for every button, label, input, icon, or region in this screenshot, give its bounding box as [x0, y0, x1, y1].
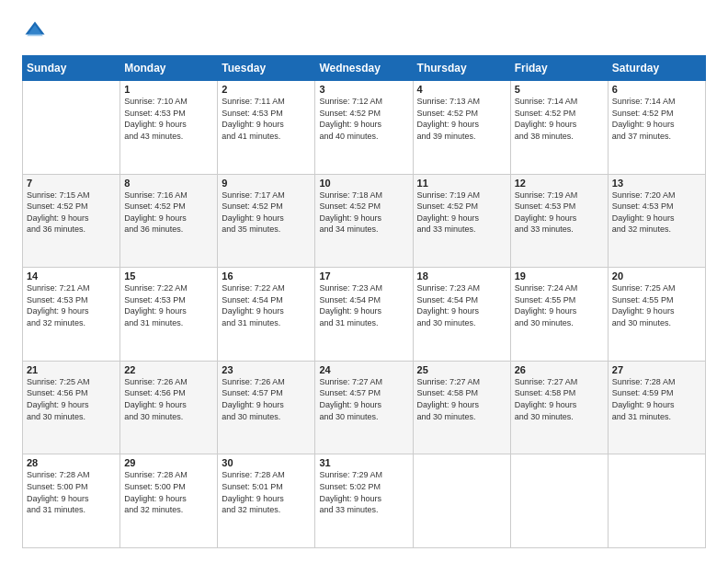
logo-icon [22, 18, 48, 44]
calendar-cell: 7Sunrise: 7:15 AM Sunset: 4:52 PM Daylig… [23, 174, 120, 268]
day-info: Sunrise: 7:22 AM Sunset: 4:53 PM Dayligh… [124, 282, 213, 328]
day-info: Sunrise: 7:27 AM Sunset: 4:58 PM Dayligh… [417, 376, 506, 422]
day-number: 11 [417, 178, 506, 189]
day-info: Sunrise: 7:28 AM Sunset: 5:00 PM Dayligh… [124, 469, 213, 515]
day-number: 14 [27, 270, 116, 282]
day-number: 13 [612, 178, 701, 189]
calendar-cell: 10Sunrise: 7:18 AM Sunset: 4:52 PM Dayli… [315, 174, 413, 268]
day-number: 1 [124, 84, 213, 95]
calendar-cell: 3Sunrise: 7:12 AM Sunset: 4:52 PM Daylig… [315, 81, 413, 175]
calendar-cell: 20Sunrise: 7:25 AM Sunset: 4:55 PM Dayli… [608, 268, 705, 362]
day-number: 23 [222, 364, 311, 375]
calendar-cell: 25Sunrise: 7:27 AM Sunset: 4:58 PM Dayli… [413, 361, 510, 454]
day-info: Sunrise: 7:25 AM Sunset: 4:55 PM Dayligh… [612, 282, 701, 328]
calendar-cell: 12Sunrise: 7:19 AM Sunset: 4:53 PM Dayli… [510, 174, 608, 268]
calendar-cell [23, 81, 120, 175]
weekday-header: Friday [510, 56, 608, 81]
calendar-cell: 22Sunrise: 7:26 AM Sunset: 4:56 PM Dayli… [120, 361, 218, 454]
day-number: 28 [27, 457, 116, 468]
calendar-cell: 24Sunrise: 7:27 AM Sunset: 4:57 PM Dayli… [315, 361, 413, 454]
weekday-header: Tuesday [218, 56, 315, 81]
weekday-header: Thursday [413, 56, 510, 81]
calendar-cell: 8Sunrise: 7:16 AM Sunset: 4:52 PM Daylig… [120, 174, 218, 268]
calendar-week-row: 7Sunrise: 7:15 AM Sunset: 4:52 PM Daylig… [23, 174, 706, 268]
logo [22, 18, 51, 44]
day-number: 26 [515, 364, 604, 375]
day-number: 10 [319, 178, 408, 189]
calendar-cell: 4Sunrise: 7:13 AM Sunset: 4:52 PM Daylig… [413, 81, 510, 175]
day-info: Sunrise: 7:14 AM Sunset: 4:52 PM Dayligh… [612, 96, 701, 142]
day-info: Sunrise: 7:10 AM Sunset: 4:53 PM Dayligh… [124, 96, 213, 142]
calendar-header-row: SundayMondayTuesdayWednesdayThursdayFrid… [23, 56, 706, 81]
calendar-cell: 9Sunrise: 7:17 AM Sunset: 4:52 PM Daylig… [218, 174, 315, 268]
calendar-cell: 2Sunrise: 7:11 AM Sunset: 4:53 PM Daylig… [218, 81, 315, 175]
day-number: 27 [612, 364, 701, 375]
day-info: Sunrise: 7:19 AM Sunset: 4:52 PM Dayligh… [417, 190, 506, 236]
day-info: Sunrise: 7:28 AM Sunset: 4:59 PM Dayligh… [612, 376, 701, 422]
calendar-cell [608, 454, 705, 548]
day-number: 12 [515, 178, 604, 189]
day-info: Sunrise: 7:23 AM Sunset: 4:54 PM Dayligh… [319, 282, 408, 328]
day-info: Sunrise: 7:28 AM Sunset: 5:00 PM Dayligh… [27, 469, 116, 515]
calendar-cell: 27Sunrise: 7:28 AM Sunset: 4:59 PM Dayli… [608, 361, 705, 454]
day-info: Sunrise: 7:20 AM Sunset: 4:53 PM Dayligh… [612, 190, 701, 236]
calendar-cell: 5Sunrise: 7:14 AM Sunset: 4:52 PM Daylig… [510, 81, 608, 175]
day-info: Sunrise: 7:23 AM Sunset: 4:54 PM Dayligh… [417, 282, 506, 328]
day-number: 5 [515, 84, 604, 95]
calendar-cell: 6Sunrise: 7:14 AM Sunset: 4:52 PM Daylig… [608, 81, 705, 175]
day-number: 17 [319, 270, 408, 282]
calendar-cell [510, 454, 608, 548]
calendar-cell: 15Sunrise: 7:22 AM Sunset: 4:53 PM Dayli… [120, 268, 218, 362]
calendar-cell: 13Sunrise: 7:20 AM Sunset: 4:53 PM Dayli… [608, 174, 705, 268]
day-info: Sunrise: 7:27 AM Sunset: 4:58 PM Dayligh… [515, 376, 604, 422]
calendar-cell: 16Sunrise: 7:22 AM Sunset: 4:54 PM Dayli… [218, 268, 315, 362]
calendar-cell: 18Sunrise: 7:23 AM Sunset: 4:54 PM Dayli… [413, 268, 510, 362]
day-number: 29 [124, 457, 213, 468]
calendar-cell: 21Sunrise: 7:25 AM Sunset: 4:56 PM Dayli… [23, 361, 120, 454]
calendar-week-row: 1Sunrise: 7:10 AM Sunset: 4:53 PM Daylig… [23, 81, 706, 175]
calendar-cell: 23Sunrise: 7:26 AM Sunset: 4:57 PM Dayli… [218, 361, 315, 454]
day-number: 7 [27, 178, 116, 189]
day-number: 16 [222, 270, 311, 282]
calendar-table: SundayMondayTuesdayWednesdayThursdayFrid… [22, 55, 706, 548]
calendar-cell [413, 454, 510, 548]
calendar-cell: 11Sunrise: 7:19 AM Sunset: 4:52 PM Dayli… [413, 174, 510, 268]
day-info: Sunrise: 7:18 AM Sunset: 4:52 PM Dayligh… [319, 190, 408, 236]
calendar-cell: 14Sunrise: 7:21 AM Sunset: 4:53 PM Dayli… [23, 268, 120, 362]
calendar-week-row: 28Sunrise: 7:28 AM Sunset: 5:00 PM Dayli… [23, 454, 706, 548]
day-info: Sunrise: 7:15 AM Sunset: 4:52 PM Dayligh… [27, 190, 116, 236]
calendar-cell: 30Sunrise: 7:28 AM Sunset: 5:01 PM Dayli… [218, 454, 315, 548]
weekday-header: Saturday [608, 56, 705, 81]
header [22, 18, 706, 44]
day-number: 18 [417, 270, 506, 282]
weekday-header: Wednesday [315, 56, 413, 81]
day-info: Sunrise: 7:27 AM Sunset: 4:57 PM Dayligh… [319, 376, 408, 422]
day-info: Sunrise: 7:29 AM Sunset: 5:02 PM Dayligh… [319, 469, 408, 515]
page: SundayMondayTuesdayWednesdayThursdayFrid… [0, 0, 728, 563]
day-number: 4 [417, 84, 506, 95]
day-info: Sunrise: 7:11 AM Sunset: 4:53 PM Dayligh… [222, 96, 311, 142]
calendar-week-row: 21Sunrise: 7:25 AM Sunset: 4:56 PM Dayli… [23, 361, 706, 454]
day-number: 8 [124, 178, 213, 189]
day-number: 20 [612, 270, 701, 282]
calendar-cell: 19Sunrise: 7:24 AM Sunset: 4:55 PM Dayli… [510, 268, 608, 362]
day-info: Sunrise: 7:14 AM Sunset: 4:52 PM Dayligh… [515, 96, 604, 142]
day-number: 21 [27, 364, 116, 375]
day-number: 3 [319, 84, 408, 95]
day-info: Sunrise: 7:21 AM Sunset: 4:53 PM Dayligh… [27, 282, 116, 328]
day-number: 24 [319, 364, 408, 375]
day-number: 22 [124, 364, 213, 375]
weekday-header: Sunday [23, 56, 120, 81]
calendar-cell: 28Sunrise: 7:28 AM Sunset: 5:00 PM Dayli… [23, 454, 120, 548]
day-info: Sunrise: 7:28 AM Sunset: 5:01 PM Dayligh… [222, 469, 311, 515]
calendar-cell: 31Sunrise: 7:29 AM Sunset: 5:02 PM Dayli… [315, 454, 413, 548]
calendar-cell: 17Sunrise: 7:23 AM Sunset: 4:54 PM Dayli… [315, 268, 413, 362]
day-number: 15 [124, 270, 213, 282]
day-info: Sunrise: 7:19 AM Sunset: 4:53 PM Dayligh… [515, 190, 604, 236]
day-number: 6 [612, 84, 701, 95]
day-info: Sunrise: 7:13 AM Sunset: 4:52 PM Dayligh… [417, 96, 506, 142]
day-info: Sunrise: 7:26 AM Sunset: 4:56 PM Dayligh… [124, 376, 213, 422]
day-info: Sunrise: 7:26 AM Sunset: 4:57 PM Dayligh… [222, 376, 311, 422]
weekday-header: Monday [120, 56, 218, 81]
day-number: 25 [417, 364, 506, 375]
